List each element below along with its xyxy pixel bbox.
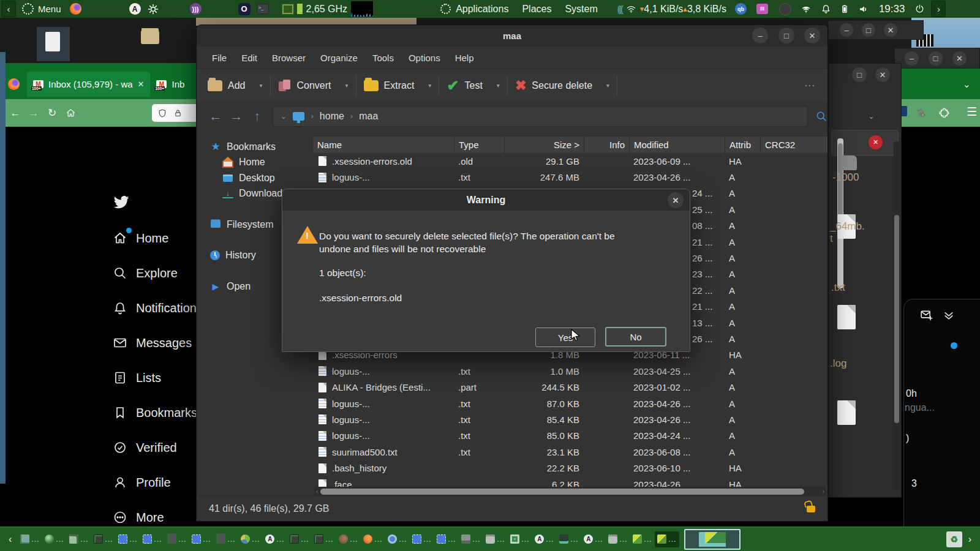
twitter-bird-logo[interactable] <box>113 194 129 211</box>
cpu-frequency[interactable]: 2,65 GHz <box>306 4 348 15</box>
column-header-crc32[interactable]: CRC32 <box>760 137 827 153</box>
panel-expand-icon[interactable]: › <box>931 1 946 17</box>
file-label[interactable]: .txt <box>831 282 845 294</box>
scroll-right-icon[interactable]: › <box>823 487 824 496</box>
column-header-modified[interactable]: Modified <box>629 137 725 153</box>
twitter-nav-item[interactable]: Verified <box>113 440 177 455</box>
twitter-nav-item[interactable]: More <box>113 510 164 525</box>
taskbar-window-button[interactable]: ... <box>483 531 508 547</box>
toolbar-button[interactable]: ✖ Secure delete ▾ <box>515 80 609 92</box>
unlocked-padlock-icon[interactable] <box>807 506 815 512</box>
scroll-left-icon[interactable]: ‹ <box>316 487 318 496</box>
tab-inbox-active[interactable]: M100+ Inbox (105,979) - wa ✕ <box>27 72 150 97</box>
gear-icon[interactable] <box>147 3 159 15</box>
file-row[interactable]: loguus-... .txt 1.0 MB 2023-04-25 ... A <box>313 363 827 379</box>
taskbar-window-button[interactable]: ... <box>385 531 410 547</box>
horizontal-scrollbar[interactable]: ‹ › <box>314 487 826 496</box>
yes-button[interactable]: Yes <box>535 328 595 347</box>
audio-wave-icon[interactable]: ((( <box>617 4 622 14</box>
maximize-button[interactable]: □ <box>862 23 875 37</box>
toolbar-button[interactable]: Convert ▾ <box>278 79 349 92</box>
messages-drawer[interactable]: 0h ngua... ) 3 d ofte... <box>903 299 980 528</box>
maximize-button[interactable]: □ <box>778 28 794 43</box>
menu-hamburger-icon[interactable]: ☰ <box>967 105 977 119</box>
places-menu[interactable]: Places <box>522 4 551 15</box>
file-row[interactable]: loguus-... .txt 87.0 KB 2023-04-26 ... A <box>313 395 827 411</box>
taskbar-window-button[interactable]: ... <box>116 531 140 547</box>
applications-menu[interactable]: Applications <box>456 4 508 15</box>
volume-icon[interactable] <box>858 4 869 15</box>
file-row[interactable]: .xsession-errors.old .old 29.1 GB 2023-0… <box>313 153 827 169</box>
mint-menu-button[interactable]: Menu <box>22 3 61 15</box>
system-menu[interactable]: System <box>565 4 597 15</box>
toolbar-button[interactable]: Add ▾ <box>208 80 263 91</box>
taskbar-window-button[interactable]: ... <box>140 531 165 547</box>
taskbar-window-button[interactable]: ... <box>214 531 238 547</box>
taskbar-window-button[interactable]: ... <box>630 531 655 547</box>
close-button[interactable]: ✕ <box>884 23 897 37</box>
scrollbar-thumb[interactable] <box>320 489 804 495</box>
breadcrumb-maa[interactable]: maa <box>359 111 378 122</box>
column-header-size[interactable]: Size > <box>504 137 584 153</box>
taskbar-window-button[interactable]: ... <box>361 531 385 547</box>
shield-icon[interactable] <box>157 108 167 118</box>
menu-item[interactable]: Tools <box>366 50 401 66</box>
twitter-nav-item[interactable]: Explore <box>113 266 178 280</box>
collapse-drawer-icon[interactable] <box>943 309 955 321</box>
panel-scrollbar[interactable] <box>894 141 900 490</box>
taskbar-window-button[interactable]: ... <box>336 531 361 547</box>
sidebar-item[interactable]: Desktop <box>197 170 313 186</box>
file-row[interactable]: loguus-... .txt 247.6 MB 2023-04-26 ... … <box>313 169 827 185</box>
nav-back-icon[interactable]: ← <box>205 109 226 124</box>
breadcrumb-home[interactable]: home <box>320 111 344 122</box>
qbittorrent-tray-icon[interactable]: qb <box>735 3 747 15</box>
close-button[interactable]: ✕ <box>952 51 967 66</box>
menu-item[interactable]: Edit <box>235 50 264 66</box>
taskbar-window-button[interactable]: ... <box>434 531 459 547</box>
terminal-icon[interactable]: >_ <box>257 4 269 14</box>
column-header-info[interactable]: Info <box>584 137 629 153</box>
minimize-button[interactable]: – <box>905 51 919 66</box>
menu-item[interactable]: Options <box>402 50 447 66</box>
menu-item[interactable]: Browser <box>265 50 312 66</box>
taskbar-scroll-left-icon[interactable]: ‹ <box>2 534 18 545</box>
taskbar-window-button[interactable]: A ... <box>263 531 287 547</box>
nav-forward-icon[interactable]: → <box>226 109 247 124</box>
file-row[interactable]: .bash_history 22.2 KB 2023-06-10 ... HA <box>313 460 827 476</box>
taskbar-window-button[interactable]: ... <box>67 531 91 547</box>
taskbar-window-button[interactable]: ... <box>459 531 483 547</box>
tray-app-icon[interactable] <box>779 3 791 15</box>
taskbar-window-button[interactable]: ... <box>557 531 581 547</box>
chevron-down-icon[interactable]: ⌄ <box>281 111 287 121</box>
back-button[interactable]: ← <box>6 104 24 122</box>
wifi-icon[interactable] <box>626 4 636 14</box>
taskbar-window-button[interactable]: ... <box>606 531 630 547</box>
chevron-down-icon[interactable]: ▾ <box>606 82 609 89</box>
lock-icon[interactable] <box>173 108 183 118</box>
notifications-bell-icon[interactable] <box>821 4 831 14</box>
taskbar-window-button[interactable]: ... <box>165 531 189 547</box>
taskbar-window-button[interactable]: A ... <box>581 531 606 547</box>
taskbar-window-button[interactable]: ... <box>312 531 336 547</box>
file-label[interactable]: -1000 <box>832 171 859 184</box>
breadcrumb[interactable]: ⌄ › home › maa <box>273 106 809 127</box>
minimize-button[interactable]: – <box>752 28 768 43</box>
menu-item[interactable]: Help <box>448 50 481 66</box>
file-label[interactable]: t <box>830 233 833 245</box>
taskbar-window-button[interactable]: ... <box>189 531 214 547</box>
twitter-nav-item[interactable]: Home <box>113 231 168 246</box>
maximize-button[interactable]: □ <box>852 67 867 82</box>
taskbar-window-button[interactable]: A ... <box>532 531 557 547</box>
home-button[interactable] <box>61 104 80 122</box>
file-row[interactable]: ALIKA - Bridges (Eesti... .part 244.5 KB… <box>313 379 827 395</box>
network-graph[interactable] <box>351 1 373 17</box>
titlebar[interactable]: maa – □ ✕ <box>197 25 827 47</box>
chevron-down-icon[interactable]: ▾ <box>345 82 349 89</box>
column-header-attrib[interactable]: Attrib <box>725 137 760 153</box>
search-tool-icon[interactable]: A <box>129 3 141 15</box>
file-label[interactable]: .log <box>830 358 846 370</box>
reload-button[interactable]: ↻ <box>43 104 61 122</box>
firefox-launcher-icon[interactable] <box>70 3 81 15</box>
taskbar-window-button[interactable]: ... <box>91 531 116 547</box>
file-row[interactable]: loguus-... .txt 85.4 KB 2023-04-26 ... A <box>313 411 827 427</box>
